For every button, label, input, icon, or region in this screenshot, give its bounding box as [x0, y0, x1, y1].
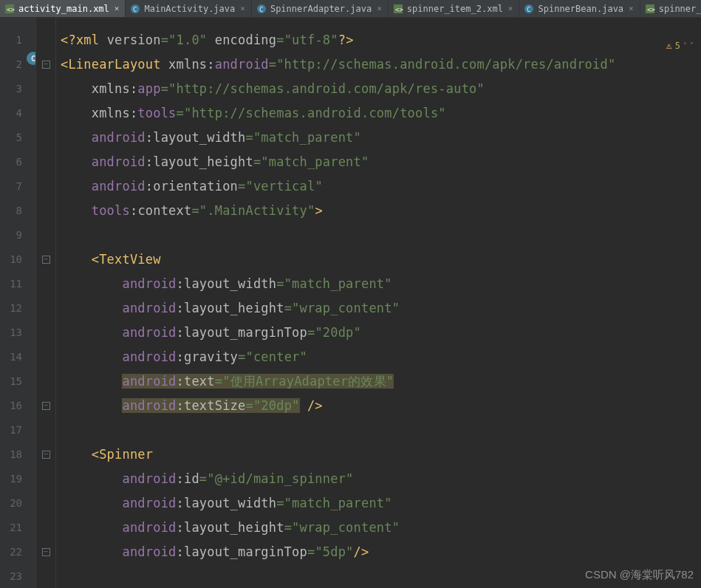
java-class-icon: C	[524, 4, 534, 14]
tab-spinner-adapter[interactable]: C SpinnerAdapter.java ×	[252, 0, 389, 17]
svg-text:<>: <>	[7, 6, 15, 13]
tab-spinner-item-2[interactable]: <> spinner_item_2.xml ×	[389, 0, 520, 17]
close-icon[interactable]: ×	[377, 4, 382, 13]
code-line: android:orientation="vertical"	[61, 174, 701, 199]
chevron-down-icon: ˅	[690, 41, 694, 49]
fold-end-icon[interactable]: ─	[42, 402, 50, 410]
svg-text:C: C	[527, 6, 530, 13]
code-line: android:layout_height="wrap_content"	[61, 296, 701, 321]
code-line: android:layout_width="match_parent"	[61, 126, 701, 150]
code-line: android:layout_height="wrap_content"	[61, 516, 701, 540]
code-line	[61, 223, 701, 247]
tab-spinner-item-1[interactable]: <> spinner_item_1.xml ×	[640, 0, 701, 17]
tab-label: MainActivity.java	[144, 4, 235, 14]
tab-label: spinner_item_1.xml	[659, 4, 701, 14]
warning-icon: ⚠	[666, 40, 672, 51]
code-line: android:id="@+id/main_spinner"	[61, 467, 701, 491]
close-icon[interactable]: ×	[114, 4, 120, 13]
code-line: android:layout_width="match_parent"	[61, 491, 701, 516]
warning-indicator[interactable]: ⚠ 5 ˄ ˅	[666, 40, 694, 51]
tab-activity-main[interactable]: <> activity_main.xml ×	[0, 0, 126, 17]
tab-label: spinner_item_2.xml	[407, 4, 503, 14]
tab-label: SpinnerAdapter.java	[270, 4, 372, 14]
svg-text:<>: <>	[395, 6, 403, 13]
code-line: <Spinner	[61, 442, 701, 467]
svg-text:C: C	[259, 6, 263, 13]
xml-file-icon: <>	[645, 4, 655, 14]
java-class-icon: C	[256, 4, 267, 14]
fold-end-icon[interactable]: ─	[42, 548, 50, 556]
line-gutter: 1 2 3 4 5 6 7 8 9 10 11 12 13 14 15 16 1…	[0, 18, 35, 588]
tab-main-activity[interactable]: C MainActivity.java ×	[126, 0, 251, 17]
xml-file-icon: <>	[393, 4, 403, 14]
tab-spinner-bean[interactable]: C SpinnerBean.java ×	[519, 0, 640, 17]
code-line: android:text="使用ArrayAdapter的效果"	[61, 369, 701, 394]
code-line: android:layout_marginTop="20dp"	[61, 321, 701, 345]
fold-toggle-icon[interactable]: ─	[42, 61, 50, 69]
code-line	[61, 418, 701, 442]
code-line: android:layout_width="match_parent"	[61, 272, 701, 296]
code-line: <TextView	[61, 247, 701, 272]
svg-text:C: C	[133, 6, 137, 13]
code-area[interactable]: <?xml version="1.0" encoding="utf-8"?> <…	[56, 18, 701, 588]
close-icon[interactable]: ×	[629, 4, 634, 13]
code-line: android:gravity="center"	[61, 345, 701, 369]
code-line: android:layout_height="match_parent"	[61, 150, 701, 174]
fold-column: ─ ─ ─ ─ ─	[35, 18, 56, 588]
code-line: <LinearLayout xmlns:android="http://sche…	[61, 52, 701, 77]
code-line: xmlns:app="http://schemas.android.com/ap…	[61, 77, 701, 101]
fold-toggle-icon[interactable]: ─	[42, 451, 50, 459]
code-line: android:layout_marginTop="5dp"/>	[61, 540, 701, 564]
close-icon[interactable]: ×	[508, 4, 513, 13]
code-line: xmlns:tools="http://schemas.android.com/…	[61, 101, 701, 126]
close-icon[interactable]: ×	[240, 4, 245, 13]
tab-label: SpinnerBean.java	[538, 4, 623, 14]
editor-tabs: <> activity_main.xml × C MainActivity.ja…	[0, 0, 701, 18]
xml-file-icon: <>	[4, 4, 15, 14]
svg-text:<>: <>	[647, 6, 655, 13]
tab-label: activity_main.xml	[18, 4, 109, 14]
warning-count: 5	[675, 41, 680, 51]
chevron-up-icon: ˄	[683, 41, 687, 49]
code-line: tools:context=".MainActivity">	[61, 199, 701, 223]
fold-toggle-icon[interactable]: ─	[42, 256, 50, 264]
code-editor[interactable]: 1 2 3 4 5 6 7 8 9 10 11 12 13 14 15 16 1…	[0, 18, 701, 588]
code-line: android:textSize="20dp" />	[61, 394, 701, 418]
java-class-icon: C	[130, 4, 140, 14]
code-line: <?xml version="1.0" encoding="utf-8"?>	[61, 28, 701, 52]
